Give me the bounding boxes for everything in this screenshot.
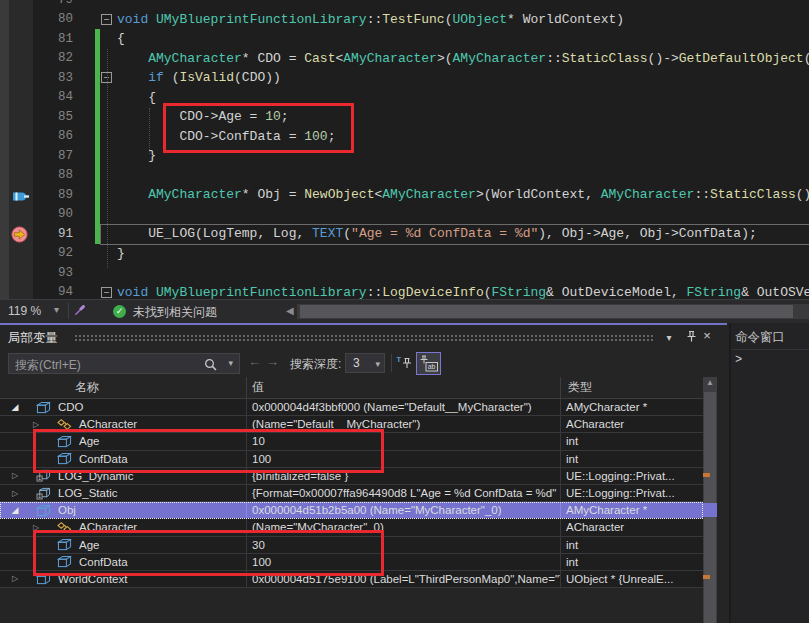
fold-margin[interactable]: – xyxy=(101,72,117,83)
locals-row-cdo[interactable]: ◢CDO0x000004d4f3bbf000 (Name="Default__M… xyxy=(0,399,703,416)
variable-value[interactable]: 100 xyxy=(247,451,561,467)
variable-value[interactable]: {Format=0x00007ffa964490d8 L"Age = %d Co… xyxy=(247,485,561,501)
column-header-name[interactable]: 名称 xyxy=(0,377,247,398)
close-icon[interactable]: × xyxy=(699,328,715,343)
tree-expander-icon[interactable]: ◢ xyxy=(8,402,22,412)
bookmark-icon[interactable] xyxy=(11,189,30,207)
breakpoint-margin[interactable] xyxy=(0,68,33,88)
variable-value[interactable]: 100 xyxy=(247,554,561,570)
fold-margin[interactable]: – xyxy=(101,287,117,298)
breakpoint-margin[interactable] xyxy=(0,283,33,300)
locals-grid: ◢CDO0x000004d4f3bbf000 (Name="Default__M… xyxy=(0,399,703,588)
variable-value[interactable]: 0x000004d4f3bbf000 (Name="Default__MyCha… xyxy=(247,399,561,415)
tree-expander-icon[interactable]: ◢ xyxy=(8,505,22,515)
name-cell: ▷1LOG_Dynamic xyxy=(0,468,247,484)
column-header-type[interactable]: 类型 xyxy=(561,377,703,398)
code-text: { xyxy=(117,31,809,46)
current-statement-arrow-icon[interactable] xyxy=(11,226,28,247)
locals-row-confdata[interactable]: ConfData100int xyxy=(0,554,703,571)
breakpoint-margin[interactable] xyxy=(0,127,33,147)
search-depth-label: 搜索深度: xyxy=(290,356,341,373)
breakpoint-margin[interactable] xyxy=(0,263,33,283)
bottom-panels: 局部变量 ▾ × ▾ ← → 搜索深度: xyxy=(0,323,809,623)
breakpoint-margin[interactable] xyxy=(0,49,33,69)
variable-value[interactable]: 30 xyxy=(247,537,561,553)
name-cell: ▷1LOG_Static xyxy=(0,485,247,501)
breakpoint-margin[interactable] xyxy=(0,146,33,166)
hscroll-track[interactable] xyxy=(297,304,809,319)
current-statement-highlight xyxy=(100,224,809,245)
breakpoint-margin[interactable] xyxy=(0,107,33,127)
titlebar-drag-texture xyxy=(74,334,654,342)
tree-expander-icon[interactable]: ▷ xyxy=(8,574,22,583)
tree-expander-icon[interactable]: ▷ xyxy=(8,471,22,480)
locals-row-age[interactable]: Age10int xyxy=(0,433,703,450)
code-line: 79 xyxy=(0,0,809,10)
code-line: 83– if (IsValid(CDO)) xyxy=(0,68,809,88)
breakpoint-margin[interactable] xyxy=(0,0,33,10)
fold-margin[interactable]: – xyxy=(101,14,117,25)
breakpoint-margin[interactable] xyxy=(0,205,33,225)
command-window[interactable]: 命令窗口 > xyxy=(729,323,809,623)
breakpoint-margin[interactable] xyxy=(0,88,33,108)
pin-icon[interactable] xyxy=(683,330,699,346)
locals-row-acharacter[interactable]: ▷ACharacter(Name="Default__MyCharacter")… xyxy=(0,416,703,433)
breakpoint-margin[interactable] xyxy=(0,29,33,49)
fold-collapse-icon[interactable]: – xyxy=(101,287,112,298)
divider xyxy=(731,349,809,350)
variable-value[interactable]: (Name="Default__MyCharacter") xyxy=(247,416,561,432)
scroll-up-arrow-icon[interactable]: ▲ xyxy=(703,378,717,387)
variable-name: ACharacter xyxy=(79,521,137,533)
show-text-visualizer-button[interactable]: ab xyxy=(416,352,441,375)
tree-expander-icon[interactable]: ▷ xyxy=(8,489,22,498)
line-number: 82 xyxy=(33,51,79,65)
variable-value[interactable]: 10 xyxy=(247,433,561,449)
search-box[interactable]: ▾ xyxy=(8,353,240,374)
search-input[interactable] xyxy=(13,355,207,374)
variable-value[interactable]: (Name="MyCharacter"_0) xyxy=(247,519,561,535)
column-header-value[interactable]: 值 xyxy=(247,377,561,398)
locals-row-acharacter[interactable]: ▷ACharacter(Name="MyCharacter"_0)ACharac… xyxy=(0,519,703,536)
name-cell: ◢CDO xyxy=(0,399,247,415)
locals-row-age[interactable]: Age30int xyxy=(0,537,703,554)
locals-row-confdata[interactable]: ConfData100int xyxy=(0,451,703,468)
search-back-arrow-icon[interactable]: ← xyxy=(248,354,261,369)
line-number: 85 xyxy=(33,110,79,124)
code-line: 84 { xyxy=(0,88,809,108)
name-cell: ConfData xyxy=(0,554,247,570)
locals-row-worldcontext[interactable]: ▷WorldContext0x000004d5175e9100 (Label=L… xyxy=(0,571,703,588)
object-icon xyxy=(57,435,74,448)
search-forward-arrow-icon[interactable]: → xyxy=(266,354,279,369)
command-prompt[interactable]: > xyxy=(735,353,742,367)
search-options-caret-icon[interactable]: ▾ xyxy=(228,358,233,368)
breakpoint-margin[interactable] xyxy=(0,166,33,186)
variable-value[interactable]: 0x000004d5175e9100 (Label=L"ThirdPersonM… xyxy=(247,571,561,587)
locals-row-log_dynamic[interactable]: ▷1LOG_Dynamic{bInitialized=false }UE::Lo… xyxy=(0,468,703,485)
locals-titlebar[interactable]: 局部变量 ▾ × xyxy=(0,325,727,351)
window-position-caret-icon[interactable]: ▾ xyxy=(661,332,677,343)
variable-value[interactable]: {bInitialized=false } xyxy=(247,468,561,484)
code-text: { xyxy=(117,90,809,105)
tree-expander-icon[interactable]: ▷ xyxy=(29,420,43,429)
line-number: 93 xyxy=(33,266,79,280)
no-issues-check-icon[interactable]: ✓ xyxy=(113,305,126,318)
locals-vscrollbar[interactable]: ▲ xyxy=(703,377,717,623)
search-depth-dropdown[interactable]: 3 ▾ xyxy=(345,353,385,373)
variable-type: AMyCharacter * xyxy=(561,502,703,518)
breakpoint-margin[interactable] xyxy=(0,10,33,30)
zoom-level[interactable]: 119 % xyxy=(8,304,41,318)
code-editor[interactable]: 7980–void UMyBlueprintFunctionLibrary::T… xyxy=(0,0,809,299)
locals-row-log_static[interactable]: ▷1LOG_Static{Format=0x00007ffa964490d8 L… xyxy=(0,485,703,502)
variable-value[interactable]: 0x000004d51b2b5a00 (Name="MyCharacter"_0… xyxy=(247,502,561,518)
pin-to-source-icon[interactable]: T xyxy=(396,355,414,373)
locals-row-obj[interactable]: ◢Obj0x000004d51b2b5a00 (Name="MyCharacte… xyxy=(0,502,703,519)
code-line: 86 CDO->ConfData = 100; xyxy=(0,127,809,147)
fold-collapse-icon[interactable]: – xyxy=(101,14,112,25)
hscroll-left-arrow[interactable]: ◀ xyxy=(286,305,294,316)
divider xyxy=(391,354,392,372)
code-fix-icon[interactable] xyxy=(72,303,87,322)
search-icon[interactable] xyxy=(204,357,217,375)
zoom-caret-icon[interactable]: ▾ xyxy=(54,304,59,315)
hscroll-thumb[interactable] xyxy=(300,305,793,318)
tree-expander-icon[interactable]: ▷ xyxy=(29,523,43,532)
